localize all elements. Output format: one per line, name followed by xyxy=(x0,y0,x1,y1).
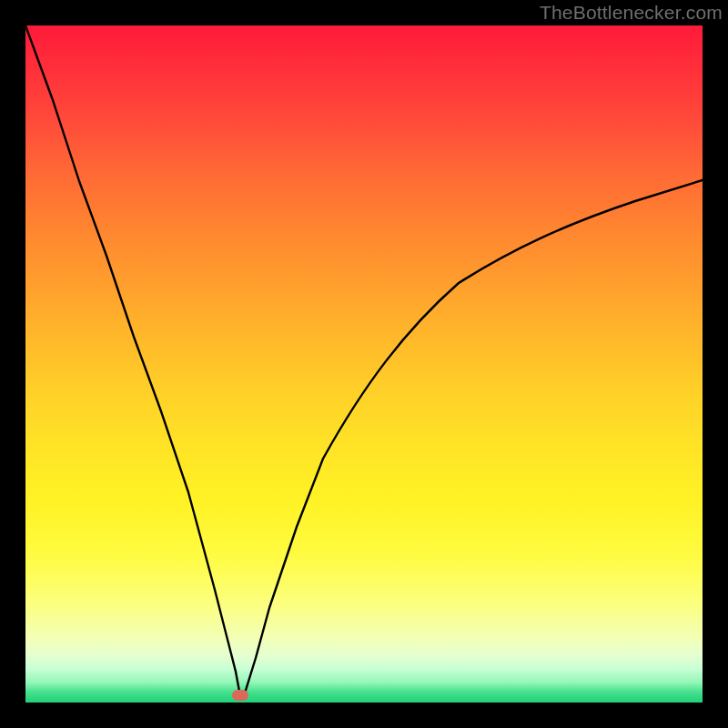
watermark-text: TheBottlenecker.com xyxy=(540,2,723,24)
plot-container xyxy=(25,25,703,703)
gradient-background xyxy=(25,25,703,703)
optimal-point-marker xyxy=(232,690,248,701)
